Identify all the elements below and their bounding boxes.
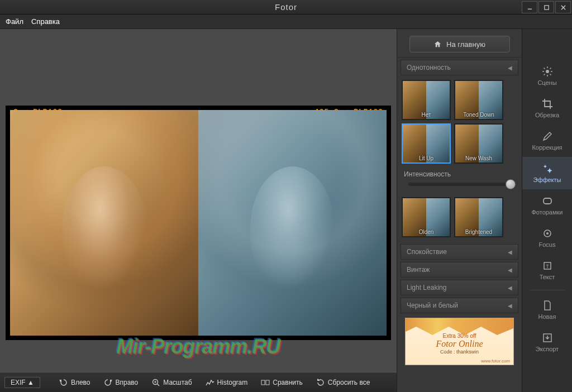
category-vintage[interactable]: Винтаж◀ bbox=[401, 262, 518, 278]
compare-button[interactable]: Сравнить bbox=[256, 376, 307, 389]
intensity-slider[interactable] bbox=[408, 183, 511, 186]
effect-new-wash[interactable]: New Wash bbox=[454, 123, 503, 164]
svg-point-10 bbox=[546, 70, 549, 73]
image-preview[interactable]: 2 ◄ RLP100 465 3 ◄ RLP100 bbox=[6, 106, 391, 340]
reset-button[interactable]: Сбросить все bbox=[312, 376, 375, 389]
svg-line-17 bbox=[544, 74, 545, 75]
pencil-icon bbox=[542, 131, 553, 142]
maximize-button[interactable] bbox=[538, 1, 554, 13]
file-icon bbox=[542, 300, 553, 311]
text-icon: T bbox=[542, 260, 553, 271]
sidebar-correction[interactable]: Коррекция bbox=[522, 125, 572, 157]
app-title: Fotor bbox=[275, 2, 297, 12]
slider-knob[interactable] bbox=[506, 179, 516, 189]
effect-brightened[interactable]: Brightened bbox=[454, 197, 503, 237]
effect-lit-up[interactable]: Lit Up bbox=[402, 123, 451, 164]
effects-panel: На главную Однотонность◀ Нет Toned Down … bbox=[397, 29, 522, 392]
sidebar: Сцены Обрезка Коррекция Эффекты Фоторамк… bbox=[522, 29, 572, 392]
sidebar-scenes[interactable]: Сцены bbox=[522, 60, 572, 92]
category-light-leak[interactable]: Light Leaking◀ bbox=[401, 280, 518, 295]
sparkle-icon bbox=[542, 163, 553, 174]
svg-text:T: T bbox=[546, 264, 549, 269]
svg-line-18 bbox=[550, 68, 551, 69]
category-bw[interactable]: Черный и белый◀ bbox=[401, 298, 518, 313]
effect-toned-down[interactable]: Toned Down bbox=[454, 80, 503, 120]
home-icon bbox=[433, 40, 442, 49]
chevron-left-icon: ◀ bbox=[508, 267, 512, 273]
effect-none[interactable]: Нет bbox=[402, 80, 451, 120]
export-icon bbox=[542, 332, 553, 343]
exif-button[interactable]: EXIF ▲ bbox=[4, 377, 40, 388]
preview-effected bbox=[198, 110, 387, 336]
chevron-down-icon: ◀ bbox=[508, 65, 512, 71]
frame-icon bbox=[542, 195, 553, 207]
category-monotone[interactable]: Однотонность◀ bbox=[401, 60, 518, 75]
svg-point-21 bbox=[546, 232, 549, 235]
home-button[interactable]: На главную bbox=[409, 36, 510, 52]
menubar: Файл Справка bbox=[0, 15, 572, 29]
preview-original bbox=[10, 110, 198, 336]
sidebar-effects[interactable]: Эффекты bbox=[522, 157, 572, 189]
category-calm[interactable]: Спокойствие◀ bbox=[401, 244, 518, 260]
window-controls bbox=[522, 0, 572, 15]
svg-rect-1 bbox=[544, 5, 548, 9]
svg-rect-9 bbox=[266, 380, 269, 385]
close-button[interactable] bbox=[555, 1, 571, 13]
svg-line-5 bbox=[158, 384, 160, 386]
sidebar-focus[interactable]: Focus bbox=[522, 222, 572, 254]
menu-file[interactable]: Файл bbox=[6, 17, 23, 26]
sidebar-frames[interactable]: Фоторамки bbox=[522, 189, 572, 222]
menu-help[interactable]: Справка bbox=[31, 17, 60, 26]
intensity-label: Интенсивность bbox=[404, 170, 515, 178]
svg-rect-8 bbox=[261, 380, 265, 385]
bottom-toolbar: EXIF ▲ Влево Вправо Масштаб Histogram Ср… bbox=[0, 372, 397, 392]
chevron-left-icon: ◀ bbox=[508, 303, 512, 309]
svg-rect-19 bbox=[544, 198, 551, 204]
canvas-area: 2 ◄ RLP100 465 3 ◄ RLP100 Mir-Programm.R… bbox=[0, 29, 397, 392]
chevron-left-icon: ◀ bbox=[508, 285, 512, 291]
rotate-right-button[interactable]: Вправо bbox=[99, 376, 142, 389]
target-icon bbox=[542, 228, 553, 239]
sidebar-separator bbox=[530, 290, 564, 290]
sidebar-text[interactable]: TТекст bbox=[522, 254, 572, 286]
sidebar-new[interactable]: Новая bbox=[522, 294, 572, 326]
zoom-button[interactable]: Масштаб bbox=[147, 376, 196, 389]
sidebar-crop[interactable]: Обрезка bbox=[522, 92, 572, 125]
crop-icon bbox=[542, 98, 553, 109]
minimize-button[interactable] bbox=[522, 1, 537, 13]
histogram-button[interactable]: Histogram bbox=[201, 376, 252, 389]
effect-olden[interactable]: Olden bbox=[402, 197, 451, 237]
rotate-left-button[interactable]: Влево bbox=[55, 376, 95, 389]
titlebar: Fotor bbox=[0, 0, 572, 15]
promo-banner[interactable]: Extra 30% off Fotor Online Code : thanks… bbox=[405, 318, 514, 365]
intensity-control: Интенсивность bbox=[401, 168, 518, 193]
svg-line-16 bbox=[550, 74, 551, 75]
chevron-left-icon: ◀ bbox=[508, 249, 512, 255]
svg-line-15 bbox=[544, 68, 545, 69]
sun-icon bbox=[542, 66, 553, 77]
sidebar-export[interactable]: Экспорт bbox=[522, 326, 572, 358]
